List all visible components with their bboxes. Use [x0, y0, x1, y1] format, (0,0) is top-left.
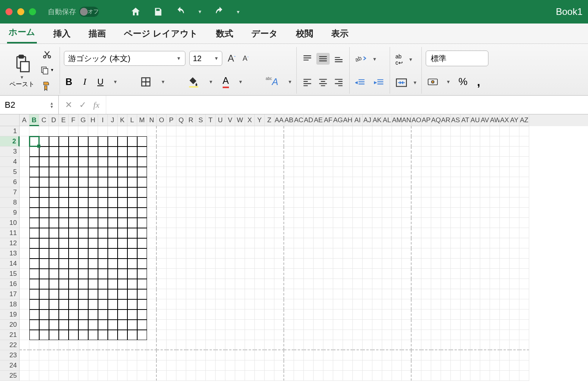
- cell[interactable]: [284, 208, 294, 218]
- cell[interactable]: [118, 310, 127, 320]
- cell[interactable]: [441, 208, 451, 218]
- cell[interactable]: [431, 238, 441, 248]
- cell[interactable]: [20, 208, 29, 218]
- cell[interactable]: [265, 350, 274, 360]
- cell[interactable]: [402, 177, 412, 187]
- col-header[interactable]: T: [206, 114, 216, 126]
- cell[interactable]: [88, 371, 98, 381]
- cell[interactable]: [127, 197, 137, 208]
- cell[interactable]: [39, 330, 49, 340]
- cell[interactable]: [314, 147, 323, 157]
- cell[interactable]: [382, 360, 392, 371]
- cell[interactable]: [245, 350, 255, 360]
- cell[interactable]: [461, 147, 470, 157]
- cell[interactable]: [274, 310, 284, 320]
- cell[interactable]: [118, 299, 127, 310]
- cell[interactable]: [441, 157, 451, 167]
- cell[interactable]: [441, 259, 451, 269]
- cell[interactable]: [167, 238, 176, 248]
- cell[interactable]: [196, 350, 206, 360]
- font-name-select[interactable]: 游ゴシック (本文)▼: [64, 51, 185, 66]
- cell[interactable]: [20, 248, 29, 259]
- cell[interactable]: [294, 320, 304, 330]
- cell[interactable]: [412, 360, 421, 371]
- cell[interactable]: [510, 177, 519, 187]
- cell[interactable]: [451, 360, 461, 371]
- cell[interactable]: [284, 157, 294, 167]
- cell[interactable]: [225, 310, 235, 320]
- cell[interactable]: [98, 350, 108, 360]
- cell[interactable]: [49, 350, 59, 360]
- cell[interactable]: [314, 248, 323, 259]
- cell[interactable]: [304, 299, 314, 310]
- cell[interactable]: [431, 269, 441, 279]
- cell[interactable]: [363, 228, 372, 238]
- cell[interactable]: [519, 197, 529, 208]
- row-header[interactable]: 21: [0, 330, 20, 340]
- cell[interactable]: [167, 126, 176, 136]
- cell[interactable]: [176, 299, 186, 310]
- cell[interactable]: [59, 340, 69, 350]
- col-header[interactable]: AX: [500, 114, 510, 126]
- cell[interactable]: [470, 330, 480, 340]
- cell[interactable]: [372, 259, 382, 269]
- cell[interactable]: [118, 208, 127, 218]
- cell[interactable]: [196, 340, 206, 350]
- select-all-corner[interactable]: [0, 114, 20, 126]
- cell[interactable]: [441, 350, 451, 360]
- cell[interactable]: [29, 197, 39, 208]
- cell[interactable]: [480, 167, 490, 177]
- cell[interactable]: [137, 360, 147, 371]
- cell[interactable]: [451, 371, 461, 381]
- cell[interactable]: [274, 340, 284, 350]
- cell[interactable]: [235, 289, 245, 299]
- cell[interactable]: [461, 187, 470, 197]
- cell[interactable]: [98, 248, 108, 259]
- cell[interactable]: [274, 187, 284, 197]
- cell[interactable]: [461, 218, 470, 228]
- col-header[interactable]: AU: [470, 114, 480, 126]
- cell[interactable]: [382, 248, 392, 259]
- cell[interactable]: [461, 269, 470, 279]
- cell[interactable]: [265, 289, 274, 299]
- cell[interactable]: [225, 269, 235, 279]
- cell[interactable]: [78, 197, 88, 208]
- cell[interactable]: [206, 157, 216, 167]
- cell[interactable]: [314, 157, 323, 167]
- cell[interactable]: [402, 147, 412, 157]
- cell[interactable]: [108, 167, 118, 177]
- cell[interactable]: [255, 126, 265, 136]
- cell[interactable]: [363, 320, 372, 330]
- cell[interactable]: [265, 310, 274, 320]
- cell[interactable]: [284, 147, 294, 157]
- cell[interactable]: [470, 126, 480, 136]
- col-header[interactable]: AG: [333, 114, 343, 126]
- cell[interactable]: [323, 289, 333, 299]
- cell[interactable]: [196, 197, 206, 208]
- cell[interactable]: [314, 360, 323, 371]
- row-header[interactable]: 23: [0, 350, 20, 360]
- cell[interactable]: [255, 269, 265, 279]
- home-icon[interactable]: [129, 5, 143, 19]
- cell[interactable]: [353, 289, 363, 299]
- cell[interactable]: [147, 238, 157, 248]
- cell[interactable]: [519, 238, 529, 248]
- cell[interactable]: [265, 360, 274, 371]
- cell[interactable]: [157, 126, 167, 136]
- cell[interactable]: [186, 208, 196, 218]
- cell[interactable]: [206, 340, 216, 350]
- cell[interactable]: [412, 310, 421, 320]
- cell[interactable]: [108, 197, 118, 208]
- cell[interactable]: [284, 299, 294, 310]
- cell[interactable]: [412, 289, 421, 299]
- cell[interactable]: [108, 218, 118, 228]
- cell[interactable]: [314, 208, 323, 218]
- cell[interactable]: [167, 136, 176, 147]
- cell[interactable]: [480, 259, 490, 269]
- cell[interactable]: [519, 147, 529, 157]
- cell[interactable]: [137, 289, 147, 299]
- cell[interactable]: [186, 197, 196, 208]
- cell[interactable]: [314, 238, 323, 248]
- cell[interactable]: [39, 248, 49, 259]
- tab-0[interactable]: ホーム: [7, 22, 37, 43]
